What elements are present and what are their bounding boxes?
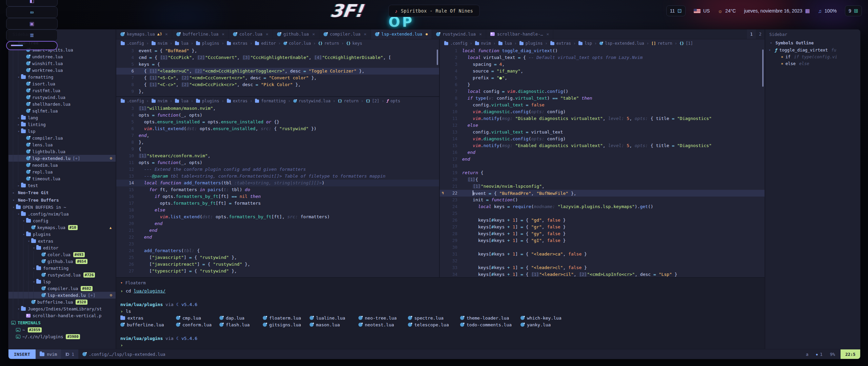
breadcrumb-item[interactable]: nvim [151, 99, 167, 103]
tree-item-lsp-extended-lu[interactable]: lsp-extended.lu[+]⊙ [8, 155, 116, 162]
breadcrumb-item[interactable]: lua [175, 99, 189, 103]
tree-item-keymaps-lua[interactable]: keymaps.lua#10▲ [8, 224, 116, 231]
ls-entry-gitsigns-lua[interactable]: gitsigns.lua [263, 322, 310, 327]
tree-item-winshift-lua[interactable]: winshift.lua [8, 60, 116, 67]
ls-entry-cmp-lua[interactable]: cmp.lua [176, 316, 219, 321]
code-line[interactable]: 22 end [116, 234, 439, 241]
notes-icon[interactable]: ≣ [6, 29, 58, 41]
tree-item-editor[interactable]: ▾editor [8, 244, 116, 251]
tree-item-rustfmt-lua[interactable]: rustfmt.lua [8, 87, 116, 94]
breadcrumb-item[interactable]: plugins [196, 41, 219, 46]
terminal-line[interactable] [116, 294, 765, 301]
section-header-neo-tree-git[interactable]: ▸Neo-Tree Git [8, 189, 116, 196]
code-line[interactable]: 32 [440, 258, 765, 264]
close-tab-icon[interactable]: × [546, 32, 549, 37]
code-line[interactable]: 21 [1]"neovim/nvim-lspconfig", [440, 183, 765, 190]
link-icon[interactable]: ∞ [6, 6, 58, 18]
code-line[interactable]: 16 if opts.formatters_by_ft[ft] == nil t… [116, 193, 439, 200]
section-header-terminals[interactable]: TERMINALS [8, 319, 116, 326]
code-line[interactable]: 5 opts.ensure_installed = opts.ensure_in… [116, 119, 439, 125]
tree-item-linting[interactable]: ▸linting [8, 121, 116, 128]
code-line[interactable]: 10[1]"stevearc/conform.nvim", [116, 152, 439, 159]
code-line[interactable]: 15 for ft, formatters in pairs(t: tbl) d… [116, 186, 439, 193]
tree-item-compiler-lua[interactable]: compiler.lua [8, 135, 116, 141]
tree-item-shellharden-lua[interactable]: shellharden.lua [8, 101, 116, 107]
close-tab-icon[interactable]: × [364, 32, 367, 37]
breadcrumb-item[interactable]: {}[1] [679, 41, 693, 46]
code-line[interactable]: 21 end [116, 227, 439, 234]
ls-entry-bufferline-lua[interactable]: bufferline.lua [120, 322, 176, 327]
close-tab-icon[interactable]: × [266, 32, 269, 37]
code-line[interactable]: 4 source = "if_many", [440, 68, 765, 75]
breadcrumb-item[interactable]: .config [120, 99, 144, 103]
code-line[interactable]: 20 [1]{ [440, 176, 765, 183]
code-line[interactable]: 28 keys[#keys + 1] = { "gy", false } [440, 230, 765, 237]
code-line[interactable]: ↯22 event = { "BufReadPre", "BufNewFile"… [440, 190, 765, 197]
ls-entry-spectre-lua[interactable]: spectre.lua [408, 316, 460, 321]
tree-item-extras[interactable]: ▾extras [8, 238, 116, 244]
code-line[interactable]: 27 keys[#keys + 1] = { "gr", false } [440, 224, 765, 230]
tree-item-worktree-lua[interactable]: worktree.lua [8, 67, 116, 74]
tree-item-neodim-lua[interactable]: neodim.lua [8, 162, 116, 168]
outline-item-if[interactable]: ∗ifif type(config.vi [765, 53, 860, 60]
tree-item-config-nvim-lua[interactable]: ▾.config/nvim/lua [8, 210, 116, 217]
breadcrumb-item[interactable]: nvim [475, 41, 491, 46]
code-line[interactable]: 34 keys[#keys + 1] = { [1]"<leader>cil",… [440, 271, 765, 277]
tree-item-undotree-lua[interactable]: undotree.lua [8, 53, 116, 60]
tree-item-open-buffers-in[interactable]: ▾OPEN BUFFERS in ~ [8, 204, 116, 210]
code-line[interactable]: 18 else [116, 207, 439, 214]
code-line[interactable]: 9{ [116, 146, 439, 152]
tree-item-color-lua[interactable]: color.lua#493 [8, 251, 116, 258]
updates-widget[interactable]: 9⊞ [845, 5, 862, 16]
now-playing-widget[interactable]: ♪ Spiritbox - Rule Of Nines [389, 5, 480, 17]
tree-item-lightbulb-lua[interactable]: lightbulb.lua [8, 148, 116, 155]
code-line[interactable]: 2 local virtual_text = { -- Default virt… [440, 54, 765, 61]
terminal-output[interactable]: › cd lua/plugins/nvim/lua/plugins via ☾ … [116, 287, 765, 349]
breadcrumb-item[interactable]: plugins [196, 99, 219, 103]
code-line[interactable]: 6 } [440, 81, 765, 88]
ls-entry-conform-lua[interactable]: conform.lua [176, 322, 219, 327]
breadcrumb-item[interactable]: extras [226, 99, 248, 103]
code-line[interactable]: 4opts = function(_, opts) [116, 112, 439, 119]
section-header-neo-tree-buffers[interactable]: ▾Neo-Tree Buffers [8, 196, 116, 204]
tab-scrollbar-handle[interactable]: scrollbar-handle-…× [486, 29, 553, 39]
breadcrumb-item[interactable]: plugins [519, 41, 543, 46]
terminal-line[interactable]: nvim/lua/plugins via ☾ v5.4.6 [116, 335, 765, 342]
code-line[interactable]: 8 { [1]"<C-c>", [2]"<cmd>CccPick<cr>", d… [116, 81, 439, 88]
code-line[interactable]: 14 vim.diagnostic.config(opts: config) [440, 136, 765, 142]
code-line[interactable]: 31 keys[#keys + 1] = { "<leader>ca", fal… [440, 251, 765, 258]
code-line[interactable]: 1local function toggle_diag_virtext() [440, 47, 765, 54]
close-tab-icon[interactable]: × [479, 32, 482, 37]
code-line[interactable]: 3event = { "BufRead" }, [116, 47, 439, 54]
code-line[interactable]: 26 ["javascriptreact"] = { "rustywind" }… [116, 261, 439, 268]
tab-rustywind-lua[interactable]: rustywind.lua× [432, 29, 486, 39]
tree-item-formatting[interactable]: ▾formatting [8, 265, 116, 271]
ls-entry-yanky-lua[interactable]: yanky.lua [520, 322, 761, 327]
tree-item-sqlfmt-lua[interactable]: sqlfmt.lua [8, 107, 116, 114]
floaterm-winbar[interactable]: ▾ Floaterm [116, 278, 765, 287]
panel-toggle-icon[interactable]: ◧ [6, 0, 58, 6]
ls-entry-neo-tree-lua[interactable]: neo-tree.lua [358, 316, 408, 321]
code-line[interactable]: 3 spacing = 4, [440, 61, 765, 68]
code-line[interactable]: 3[1]"williamboman/mason.nvim", [116, 105, 439, 112]
ls-entry-extras[interactable]: extras [120, 316, 176, 321]
code-line[interactable]: 25 ["javascript"] = { "rustywind" }, [116, 254, 439, 261]
ls-entry-neotest-lua[interactable]: neotest.lua [358, 322, 408, 327]
tree-item-repl-lua[interactable]: repl.lua [8, 168, 116, 175]
code-line[interactable]: 12 --- Extend the conform plugin config … [116, 166, 439, 173]
breadcrumb-item[interactable]: formatting [255, 99, 285, 103]
ls-entry-mason-lua[interactable]: mason.lua [310, 322, 358, 327]
tab-github-lua[interactable]: github.lua× [273, 29, 319, 39]
close-tab-icon[interactable]: × [312, 32, 315, 37]
ls-entry-flash-lua[interactable]: flash.lua [219, 322, 263, 327]
code-line[interactable]: 8}, [116, 139, 439, 146]
breadcrumb-item[interactable]: lua [498, 41, 512, 46]
breadcrumb-item[interactable]: {}return [318, 41, 339, 46]
code-line[interactable]: 5keys = { [116, 61, 439, 68]
code-line[interactable]: 12 else [440, 122, 765, 129]
tree-item-lsp-extended-lu[interactable]: lsp-extended.lu[+]⊙ [8, 292, 116, 299]
breadcrumb-item[interactable]: lsp [578, 41, 592, 46]
tree-item-formatting[interactable]: ▾formatting [8, 74, 116, 80]
code-line[interactable]: 7 { [1]"<S-C>", [2]"<cmd>CccConvert<cr>"… [116, 75, 439, 81]
code-line[interactable]: 11 vim.notify(msg: "Disable diagnostics … [440, 115, 765, 122]
